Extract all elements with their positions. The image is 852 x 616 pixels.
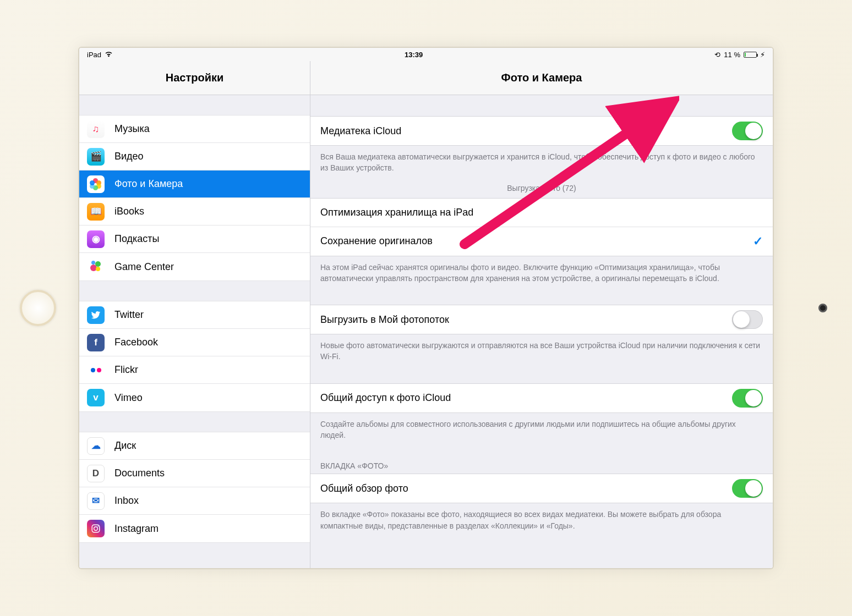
sidebar-item-label: Flickr (114, 364, 138, 376)
ibooks-icon: 📖 (87, 203, 105, 221)
front-camera (818, 304, 827, 312)
toggle-photo-summary[interactable] (732, 479, 763, 498)
footer-icloud-library: Вся Ваша медиатека автоматически выгружа… (310, 146, 773, 174)
screen: iPad 13:39 ⟲ 11 % ⚡︎ Настройки ♫Музыка � (79, 48, 773, 568)
battery-percent: 11 % (724, 51, 740, 59)
sidebar-item-photos[interactable]: Фото и Камера (79, 170, 310, 198)
footer-photo-summary: Во вкладке «Фото» показаны все фото, нах… (310, 503, 773, 531)
sidebar-item-label: Диск (114, 440, 136, 452)
detail-title: Фото и Камера (310, 61, 773, 95)
sidebar-item-label: Фото и Камера (114, 178, 183, 190)
row-icloud-sharing[interactable]: Общий доступ к фото iCloud (310, 384, 773, 413)
ipad-frame: iPad 13:39 ⟲ 11 % ⚡︎ Настройки ♫Музыка � (0, 0, 852, 616)
row-photo-summary[interactable]: Общий обзор фото (310, 474, 773, 503)
battery-icon (744, 52, 757, 58)
inbox-icon: ✉︎ (87, 492, 105, 510)
sidebar-item-label: Facebook (114, 337, 158, 348)
sidebar-item-instagram[interactable]: Instagram (79, 515, 310, 542)
svg-point-2 (97, 526, 99, 527)
device-label: iPad (87, 51, 101, 59)
flickr-icon (87, 361, 105, 379)
row-label: Сохранение оригиналов (320, 235, 753, 247)
row-label: Медиатека iCloud (320, 125, 732, 137)
sidebar-item-podcasts[interactable]: ◉Подкасты (79, 226, 310, 253)
wifi-icon (105, 51, 113, 59)
sidebar-item-twitter[interactable]: Twitter (79, 301, 310, 329)
video-icon: 🎬 (87, 148, 105, 166)
sidebar-item-label: Vimeo (114, 392, 143, 404)
row-keep-originals[interactable]: Сохранение оригиналов ✓ (310, 227, 773, 256)
sidebar-item-label: Documents (114, 468, 165, 479)
toggle-icloud-sharing[interactable] (732, 389, 763, 408)
sidebar-item-flickr[interactable]: Flickr (79, 356, 310, 384)
upload-status: Выгрузка фото (72) (310, 174, 773, 197)
sidebar-group-media: ♫Музыка 🎬Видео (79, 115, 310, 281)
music-icon: ♫ (87, 120, 105, 138)
row-icloud-library[interactable]: Медиатека iCloud (310, 117, 773, 145)
svg-point-1 (94, 527, 98, 531)
vimeo-icon: v (87, 389, 105, 406)
photos-icon (87, 175, 105, 193)
sidebar-item-gamecenter[interactable]: Game Center (79, 253, 310, 280)
clock: 13:39 (405, 51, 423, 59)
sidebar-item-ibooks[interactable]: 📖iBooks (79, 198, 310, 226)
home-button[interactable] (20, 290, 56, 326)
footer-storage: На этом iPad сейчас хранятся оригиналы ф… (310, 256, 773, 284)
gamecenter-icon (87, 258, 105, 276)
sidebar-title: Настройки (79, 61, 310, 95)
sidebar-group-social: Twitter fFacebook Flickr vVimeo (79, 301, 310, 412)
sidebar-item-label: Game Center (114, 261, 174, 273)
sidebar-item-label: Видео (114, 151, 144, 162)
orientation-lock-icon: ⟲ (714, 51, 720, 59)
sidebar-item-label: Instagram (114, 523, 159, 535)
sidebar-item-label: Музыка (114, 123, 150, 135)
podcasts-icon: ◉ (87, 230, 105, 248)
instagram-icon (87, 520, 105, 537)
sidebar-item-disk[interactable]: ☁︎Диск (79, 432, 310, 460)
sidebar-item-label: iBooks (114, 206, 144, 217)
row-photo-stream[interactable]: Выгрузить в Мой фотопоток (310, 305, 773, 334)
sidebar-item-label: Twitter (114, 309, 144, 321)
twitter-icon (87, 306, 105, 324)
footer-icloud-sharing: Создайте альбомы для совместного использ… (310, 413, 773, 441)
status-bar: iPad 13:39 ⟲ 11 % ⚡︎ (79, 48, 773, 61)
sidebar: Настройки ♫Музыка 🎬Видео (79, 61, 310, 568)
documents-icon: D (87, 465, 105, 482)
sidebar-item-vimeo[interactable]: vVimeo (79, 384, 310, 411)
row-label: Оптимизация хранилища на iPad (320, 207, 763, 218)
sidebar-item-label: Inbox (114, 495, 139, 507)
sidebar-item-label: Подкасты (114, 233, 160, 245)
sidebar-item-inbox[interactable]: ✉︎Inbox (79, 487, 310, 515)
facebook-icon: f (87, 334, 105, 351)
sidebar-item-music[interactable]: ♫Музыка (79, 116, 310, 143)
checkmark-icon: ✓ (753, 234, 763, 249)
row-label: Общий доступ к фото iCloud (320, 392, 732, 404)
toggle-photo-stream[interactable] (732, 310, 763, 329)
sidebar-item-video[interactable]: 🎬Видео (79, 143, 310, 170)
row-label: Общий обзор фото (320, 483, 732, 494)
charging-icon: ⚡︎ (760, 51, 765, 59)
sidebar-item-facebook[interactable]: fFacebook (79, 329, 310, 356)
toggle-icloud-library[interactable] (732, 122, 763, 140)
disk-icon: ☁︎ (87, 437, 105, 455)
detail-pane: Фото и Камера Медиатека iCloud (310, 61, 773, 568)
sidebar-item-documents[interactable]: DDocuments (79, 460, 310, 487)
row-optimize-storage[interactable]: Оптимизация хранилища на iPad (310, 199, 773, 227)
header-photos-tab: ВКЛАДКА «ФОТО» (310, 461, 773, 474)
footer-photo-stream: Новые фото автоматически выгружаются и о… (310, 334, 773, 362)
row-label: Выгрузить в Мой фотопоток (320, 314, 732, 326)
sidebar-group-apps: ☁︎Диск DDocuments ✉︎Inbox Instagram (79, 432, 310, 543)
